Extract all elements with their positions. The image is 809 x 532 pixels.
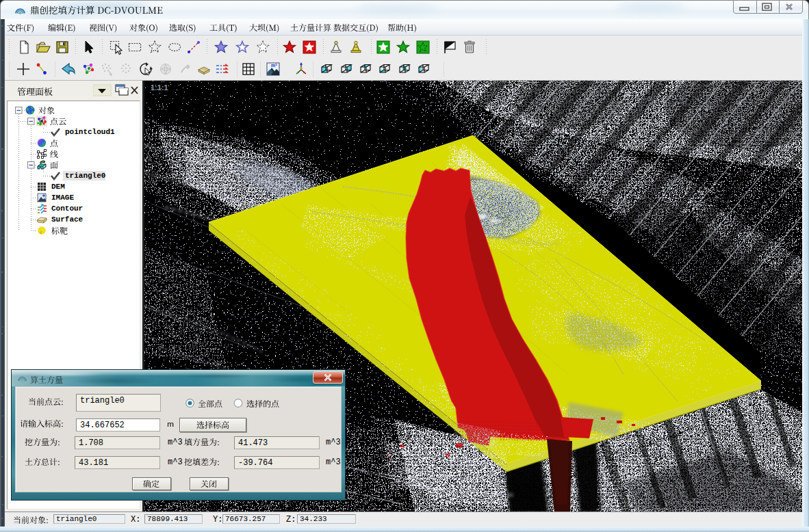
svg-text:m³: m³ (271, 63, 277, 68)
svg-text:1:1:1: 1:1:1 (151, 83, 168, 92)
